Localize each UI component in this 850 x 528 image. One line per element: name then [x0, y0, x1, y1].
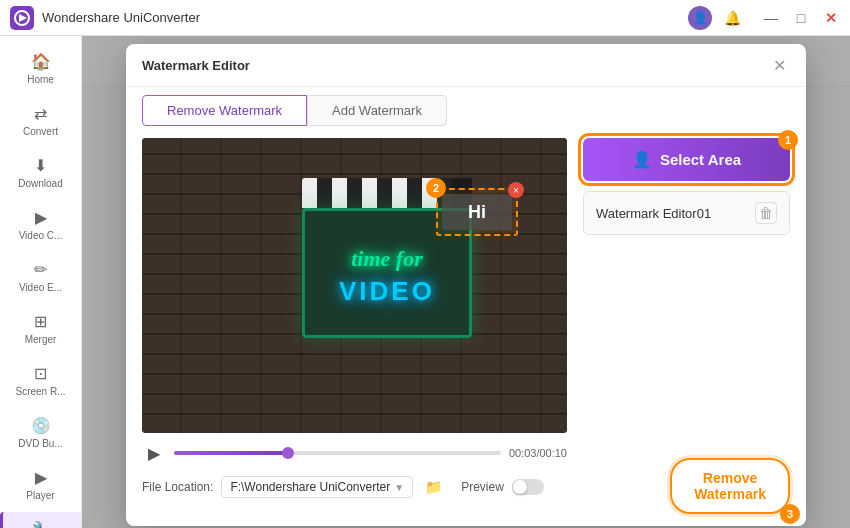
neon-line2: VIDEO: [339, 276, 435, 307]
modal-body: time for VIDEO 2 Hi: [126, 126, 806, 526]
sidebar-label-merger: Merger: [25, 334, 57, 346]
sidebar-item-convert[interactable]: ⇄ Convert: [0, 96, 81, 146]
badge-3: 3: [780, 504, 800, 524]
main-content: Watermark Editor ✕ Remove Watermark Add …: [82, 36, 850, 528]
modal-header: Watermark Editor ✕: [126, 44, 806, 87]
file-location-label: File Location:: [142, 480, 213, 494]
sidebar-item-download[interactable]: ⬇ Download: [0, 148, 81, 198]
browse-folder-button[interactable]: 📁: [421, 475, 445, 499]
stripe-2: [317, 178, 332, 208]
select-area-label: Select Area: [660, 151, 741, 168]
home-icon: 🏠: [31, 52, 51, 71]
titlebar-icons: 👤 🔔 — □ ✕: [688, 6, 840, 30]
stripe-4: [347, 178, 362, 208]
minimize-button[interactable]: —: [762, 10, 780, 26]
select-area-container: 1 👤 Select Area: [583, 138, 790, 181]
badge-2: 2: [426, 178, 446, 198]
select-area-button[interactable]: 👤 Select Area: [583, 138, 790, 181]
app-title: Wondershare UniConverter: [42, 10, 688, 25]
screen-icon: ⊡: [34, 364, 47, 383]
video-edit-icon: ✏: [34, 260, 47, 279]
progress-fill: [174, 451, 288, 455]
video-controls: ▶ 00:03/00:10: [142, 441, 567, 465]
time-display: 00:03/00:10: [509, 447, 567, 459]
modal-close-button[interactable]: ✕: [768, 54, 790, 76]
close-button[interactable]: ✕: [822, 10, 840, 26]
preview-toggle[interactable]: [512, 479, 544, 495]
sidebar-label-download: Download: [18, 178, 62, 190]
preview-label: Preview: [461, 480, 504, 494]
modal-tabs: Remove Watermark Add Watermark: [126, 87, 806, 126]
merger-icon: ⊞: [34, 312, 47, 331]
watermark-editor-modal: Watermark Editor ✕ Remove Watermark Add …: [126, 44, 806, 526]
sidebar-label-convert: Convert: [23, 126, 58, 138]
neon-line1: time for: [351, 246, 423, 272]
watermark-hi-text: Hi: [468, 202, 486, 223]
watermark-box-inner: Hi: [442, 194, 512, 230]
stripe-6: [377, 178, 392, 208]
sidebar-item-video-edit[interactable]: ✏ Video E...: [0, 252, 81, 302]
modal-title: Watermark Editor: [142, 58, 250, 73]
play-button[interactable]: ▶: [142, 441, 166, 465]
delete-watermark-button[interactable]: 🗑: [755, 202, 777, 224]
watermark-remove-x[interactable]: ×: [508, 182, 524, 198]
watermark-list-item: Watermark Editor01 🗑: [583, 191, 790, 235]
app-logo: [10, 6, 34, 30]
title-bar: Wondershare UniConverter 👤 🔔 — □ ✕: [0, 0, 850, 36]
toggle-knob: [513, 480, 527, 494]
sidebar-item-toolbox[interactable]: 🔧 Toolbox: [0, 512, 81, 528]
tab-remove-watermark[interactable]: Remove Watermark: [142, 95, 307, 126]
sidebar-item-player[interactable]: ▶ Player: [0, 460, 81, 510]
convert-icon: ⇄: [34, 104, 47, 123]
download-icon: ⬇: [34, 156, 47, 175]
sidebar-label-video-e: Video E...: [19, 282, 62, 294]
stripe-5: [362, 178, 377, 208]
sidebar-item-dvd[interactable]: 💿 DVD Bu...: [0, 408, 81, 458]
toolbox-icon: 🔧: [32, 520, 52, 528]
maximize-button[interactable]: □: [792, 10, 810, 26]
sidebar: 🏠 Home ⇄ Convert ⬇ Download ▶ Video C...…: [0, 36, 82, 528]
video-container: time for VIDEO 2 Hi: [142, 138, 567, 514]
progress-bar[interactable]: [174, 451, 501, 455]
remove-watermark-button[interactable]: Remove Watermark: [670, 458, 790, 514]
sidebar-label-dvd: DVD Bu...: [18, 438, 62, 450]
window-controls: — □ ✕: [762, 10, 840, 26]
sidebar-item-screen[interactable]: ⊡ Screen R...: [0, 356, 81, 406]
player-icon: ▶: [35, 468, 47, 487]
sidebar-item-video-compress[interactable]: ▶ Video C...: [0, 200, 81, 250]
bell-icon[interactable]: 🔔: [720, 6, 744, 30]
file-path-selector[interactable]: F:\Wondershare UniConverter ▼: [221, 476, 413, 498]
neon-text: time for VIDEO: [310, 246, 464, 307]
video-compress-icon: ▶: [35, 208, 47, 227]
watermark-selection-box[interactable]: Hi ×: [436, 188, 518, 236]
video-preview: time for VIDEO 2 Hi: [142, 138, 567, 433]
badge-1: 1: [778, 130, 798, 150]
watermark-item-name: Watermark Editor01: [596, 206, 711, 221]
sidebar-item-merger[interactable]: ⊞ Merger: [0, 304, 81, 354]
user-icon[interactable]: 👤: [688, 6, 712, 30]
dvd-icon: 💿: [31, 416, 51, 435]
modal-overlay: Watermark Editor ✕ Remove Watermark Add …: [82, 36, 850, 528]
select-area-user-icon: 👤: [632, 150, 652, 169]
app-body: 🏠 Home ⇄ Convert ⬇ Download ▶ Video C...…: [0, 36, 850, 528]
file-bar: File Location: F:\Wondershare UniConvert…: [142, 475, 567, 499]
chevron-down-icon: ▼: [394, 482, 404, 493]
stripe-8: [407, 178, 422, 208]
right-panel: 1 👤 Select Area Watermark Editor01 🗑: [583, 138, 790, 514]
progress-thumb: [282, 447, 294, 459]
stripe-3: [332, 178, 347, 208]
sidebar-label-home: Home: [27, 74, 54, 86]
sidebar-label-player: Player: [26, 490, 54, 502]
sidebar-item-home[interactable]: 🏠 Home: [0, 44, 81, 94]
tab-add-watermark[interactable]: Add Watermark: [307, 95, 447, 126]
stripe-1: [302, 178, 317, 208]
file-path-text: F:\Wondershare UniConverter: [230, 480, 390, 494]
sidebar-label-screen: Screen R...: [15, 386, 65, 398]
stripe-7: [392, 178, 407, 208]
sidebar-label-video-c: Video C...: [19, 230, 63, 242]
